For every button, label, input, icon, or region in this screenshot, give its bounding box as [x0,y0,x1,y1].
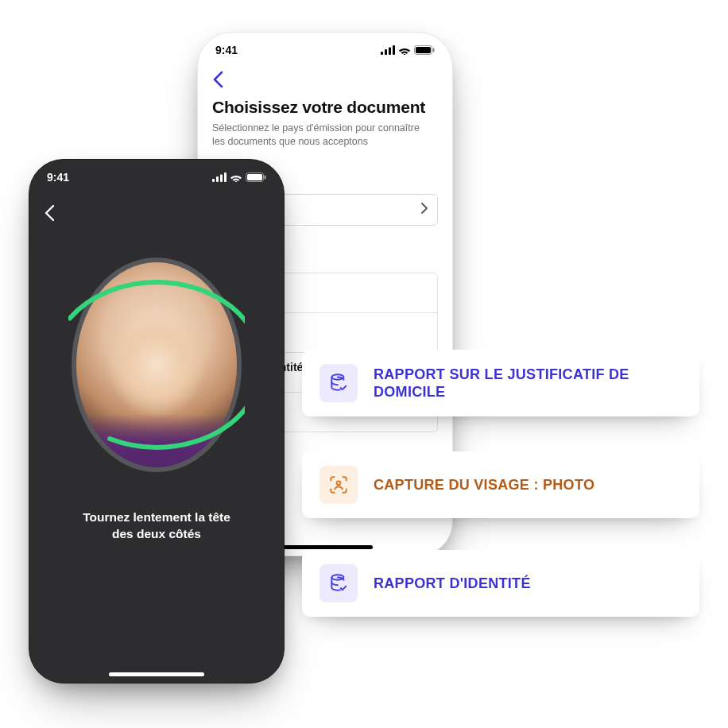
face-capture-ring [68,254,245,476]
report-card-identity[interactable]: RAPPORT D'IDENTITÉ [302,550,699,617]
back-button[interactable] [212,69,438,96]
svg-rect-6 [433,48,435,52]
chevron-left-icon [212,71,223,88]
status-indicators [381,45,435,55]
phone-face-capture: 9:41 [29,159,285,683]
database-check-icon [319,364,358,402]
report-card-face-capture[interactable]: CAPTURE DU VISAGE : PHOTO [302,451,699,518]
svg-point-17 [337,481,341,485]
svg-rect-2 [389,48,391,56]
svg-rect-5 [416,47,431,53]
svg-rect-3 [393,45,395,55]
report-card-label: CAPTURE DU VISAGE : PHOTO [374,476,594,494]
svg-rect-0 [381,52,383,55]
back-button[interactable] [44,204,55,225]
signal-icon [381,45,395,55]
chevron-left-icon [44,204,55,222]
capture-progress-ring-icon [68,254,245,476]
status-time: 9:41 [215,44,238,56]
page-subtitle: Sélectionnez le pays d'émission pour con… [212,122,435,149]
home-indicator [109,672,204,676]
page-title: Choisissez votre document [212,98,438,117]
svg-point-15 [68,282,245,447]
svg-rect-1 [385,49,387,55]
database-check-icon [319,564,358,602]
face-capture-hint: Tournez lentement la tête des deux côtés [59,509,254,543]
face-capture-view: Tournez lentement la tête des deux côtés [29,160,284,683]
report-card-proof-of-address[interactable]: RAPPORT SUR LE JUSTIFICATIF DE DOMICILE [302,350,699,416]
report-card-label: RAPPORT SUR LE JUSTIFICATIF DE DOMICILE [374,366,682,401]
chevron-right-icon [421,203,428,217]
home-indicator [277,545,373,549]
report-card-label: RAPPORT D'IDENTITÉ [374,575,531,593]
svg-point-14 [74,260,239,470]
status-bar: 9:41 [198,33,452,68]
wifi-icon [398,45,411,55]
face-scan-icon [319,466,358,504]
battery-icon [414,45,435,55]
